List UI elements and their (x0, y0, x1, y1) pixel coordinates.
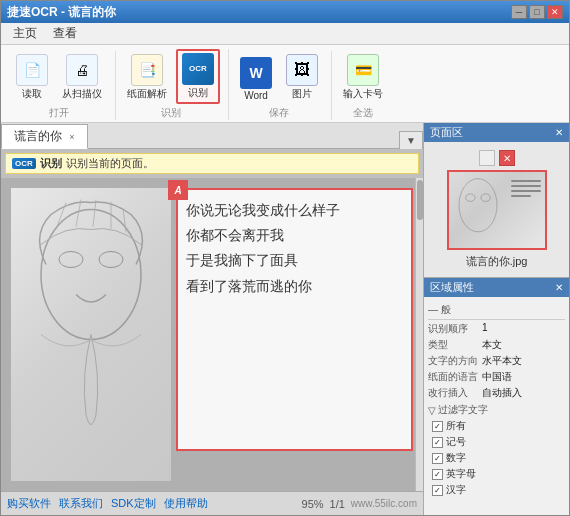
svg-point-10 (480, 194, 490, 202)
tab-lieyanyide[interactable]: 谎言的你 × (1, 124, 88, 149)
tab-bar: 谎言的你 × ▼ (1, 123, 423, 149)
vertical-scrollbar[interactable] (415, 178, 423, 491)
preview-section-label: 页面区 (430, 125, 463, 140)
preview-filename: 谎言的你.jpg (466, 254, 528, 269)
word-icon: W (240, 57, 272, 89)
bottom-links: 购买软件 联系我们 SDK定制 使用帮助 (7, 496, 208, 511)
minimize-button[interactable]: ─ (511, 5, 527, 19)
prop-key-type: 类型 (428, 338, 480, 352)
props-section-label: 区域属性 (430, 280, 474, 295)
menu-item-home[interactable]: 主页 (5, 23, 45, 44)
save-group-label: 保存 (269, 106, 289, 120)
checkbox-kanji-input[interactable]: ✓ (432, 485, 443, 496)
close-button[interactable]: ✕ (547, 5, 563, 19)
text-line-4: 看到了落荒而逃的你 (186, 274, 403, 299)
input-card-icon: 💳 (347, 54, 379, 86)
read-label: 读取 (22, 87, 42, 101)
prop-row-direction: 文字的方向 水平本文 (428, 354, 565, 368)
props-close-button[interactable]: ✕ (555, 282, 563, 293)
props-section-header: 区域属性 ✕ (424, 278, 569, 297)
prop-row-language: 纸面的语言 中国语 (428, 370, 565, 384)
image-icon: 🖼 (286, 54, 318, 86)
ribbon-group-recognize: 📑 纸面解析 OCR 识别 识别 (118, 49, 229, 120)
open-group-label: 打开 (49, 106, 69, 120)
hint-title: 识别 (40, 156, 62, 171)
window-controls: ─ □ ✕ (511, 5, 563, 19)
checkbox-all-input[interactable]: ✓ (432, 421, 443, 432)
right-panel: 页面区 ✕ ✕ (424, 123, 569, 515)
selectall-group-label: 全选 (353, 106, 373, 120)
preview-text-lines (511, 180, 541, 197)
prop-val-language: 中国语 (482, 370, 565, 384)
checkbox-kanji: ✓ 汉字 (428, 483, 565, 497)
recognize-button[interactable]: OCR 识别 (176, 49, 220, 104)
selectall-buttons: 💳 输入卡号 (338, 51, 388, 104)
prop-key-direction: 文字的方向 (428, 354, 480, 368)
text-region[interactable]: A 你说无论我变成什么样子 你都不会离开我 于是我摘下了面具 看到了落荒而逃的你 (176, 188, 413, 451)
svg-line-7 (123, 209, 126, 233)
prop-val-linebreak: 自动插入 (482, 386, 565, 400)
recognize-label: 识别 (188, 86, 208, 100)
checkbox-mark-input[interactable]: ✓ (432, 437, 443, 448)
page-analyze-label: 纸面解析 (127, 87, 167, 101)
zoom-level: 95% (302, 498, 324, 510)
tab-close-icon[interactable]: × (69, 132, 74, 142)
maximize-button[interactable]: □ (529, 5, 545, 19)
text-content: 你说无论我变成什么样子 你都不会离开我 于是我摘下了面具 看到了落荒而逃的你 (186, 198, 403, 299)
contact-us-link[interactable]: 联系我们 (59, 496, 103, 511)
region-marker: A (168, 180, 188, 200)
ribbon-group-open: 📄 读取 🖨 从扫描仪 打开 (7, 51, 116, 120)
recognize-icon: OCR (182, 53, 214, 85)
read-icon: 📄 (16, 54, 48, 86)
checkbox-mark: ✓ 记号 (428, 435, 565, 449)
prop-val-type: 本文 (482, 338, 565, 352)
image-button[interactable]: 🖼 图片 (281, 51, 323, 104)
checkbox-kanji-label: 汉字 (446, 483, 466, 497)
svg-line-4 (76, 200, 81, 227)
read-button[interactable]: 📄 读取 (11, 51, 53, 104)
sdk-link[interactable]: SDK定制 (111, 496, 156, 511)
hint-description: 识别当前的页面。 (66, 156, 154, 171)
scan-button[interactable]: 🖨 从扫描仪 (57, 51, 107, 104)
preview-content: ✕ (424, 142, 569, 277)
canvas-area[interactable]: A 你说无论我变成什么样子 你都不会离开我 于是我摘下了面具 看到了落荒而逃的你 (1, 178, 423, 491)
menu-bar: 主页 查看 (1, 23, 569, 45)
prop-key-order: 识别顺序 (428, 322, 480, 336)
prop-row-linebreak: 改行插入 自动插入 (428, 386, 565, 400)
recognize-buttons: 📑 纸面解析 OCR 识别 (122, 49, 220, 104)
input-card-button[interactable]: 💳 输入卡号 (338, 51, 388, 104)
preview-thumbnail[interactable] (447, 170, 547, 250)
open-buttons: 📄 读取 🖨 从扫描仪 (11, 51, 107, 104)
bottom-right: 95% 1/1 www.55ilc.com (302, 498, 417, 510)
preview-delete-button[interactable]: ✕ (499, 150, 515, 166)
scrollbar-thumb[interactable] (417, 180, 423, 220)
ribbon-group-save: W Word 🖼 图片 保存 (231, 51, 332, 120)
watermark: www.55ilc.com (351, 498, 417, 509)
prop-key-linebreak: 改行插入 (428, 386, 480, 400)
svg-point-1 (59, 252, 83, 268)
ribbon-group-selectall: 💳 输入卡号 全选 (334, 51, 396, 120)
help-link[interactable]: 使用帮助 (164, 496, 208, 511)
buy-software-link[interactable]: 购买软件 (7, 496, 51, 511)
page-analyze-button[interactable]: 📑 纸面解析 (122, 51, 172, 104)
checkbox-alpha-input[interactable]: ✓ (432, 469, 443, 480)
bottom-bar: 购买软件 联系我们 SDK定制 使用帮助 95% 1/1 www.55ilc.c… (1, 491, 423, 515)
svg-point-9 (465, 194, 475, 202)
sketch-face (11, 188, 171, 481)
content-area: 谎言的你 × ▼ OCR 识别 识别当前的页面。 (1, 123, 569, 515)
svg-line-3 (56, 203, 66, 230)
preview-prev-button[interactable] (479, 150, 495, 166)
checkbox-alpha: ✓ 英字母 (428, 467, 565, 481)
checkbox-mark-label: 记号 (446, 435, 466, 449)
preview-close-button[interactable]: ✕ (555, 127, 563, 138)
word-button[interactable]: W Word (235, 54, 277, 104)
menu-item-view[interactable]: 查看 (45, 23, 85, 44)
checkbox-number-input[interactable]: ✓ (432, 453, 443, 464)
checkbox-number-label: 数字 (446, 451, 466, 465)
scan-label: 从扫描仪 (62, 87, 102, 101)
tab-dropdown[interactable]: ▼ (399, 131, 423, 149)
checkbox-all-label: 所有 (446, 419, 466, 433)
prop-key-language: 纸面的语言 (428, 370, 480, 384)
title-bar: 捷速OCR - 谎言的你 ─ □ ✕ (1, 1, 569, 23)
main-window: 捷速OCR - 谎言的你 ─ □ ✕ 主页 查看 📄 读取 🖨 从 (0, 0, 570, 516)
